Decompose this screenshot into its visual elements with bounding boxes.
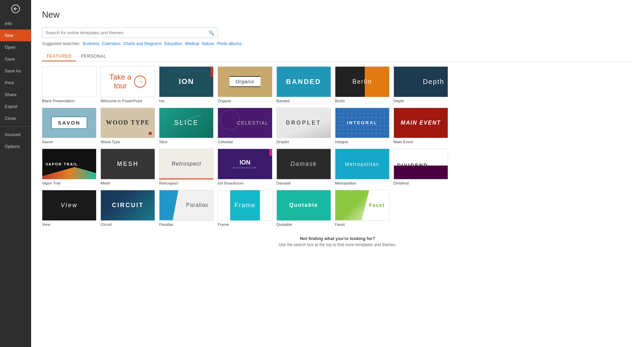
savon-text: SAVON bbox=[58, 120, 81, 126]
back-button[interactable] bbox=[0, 0, 31, 18]
tour-text: Take atour bbox=[109, 73, 131, 91]
template-ion[interactable]: ION Ion bbox=[159, 66, 214, 103]
ion-bar bbox=[210, 67, 213, 77]
template-thumb-damask: Damask bbox=[276, 149, 331, 179]
template-thumb-ion: ION bbox=[159, 66, 214, 97]
template-damask[interactable]: Damask Damask bbox=[276, 149, 331, 185]
sidebar-item-save[interactable]: Save bbox=[0, 53, 31, 65]
template-thumb-circuit: CIRCUIT bbox=[101, 190, 155, 221]
template-thumb-tour: Take atour → bbox=[101, 66, 155, 97]
template-mesh[interactable]: MESH Mesh bbox=[101, 149, 155, 185]
search-button[interactable]: 🔍 bbox=[205, 28, 218, 38]
sidebar-item-print[interactable]: Print bbox=[0, 77, 31, 89]
template-name-vaportrail: Vapor Trail bbox=[42, 181, 96, 185]
template-thumb-slice: SLICE bbox=[159, 108, 214, 138]
template-name-savon: Savon bbox=[42, 140, 96, 144]
sidebar-item-save-as[interactable]: Save As bbox=[0, 65, 31, 77]
sidebar-item-export[interactable]: Export bbox=[0, 101, 31, 112]
template-thumb-mesh: MESH bbox=[101, 149, 155, 179]
ionboardroom-sub: BOARDROOM bbox=[233, 166, 257, 169]
suggested-nature[interactable]: Nature bbox=[202, 41, 214, 46]
suggested-charts[interactable]: Charts and Diagrams bbox=[123, 41, 161, 46]
page-title: New bbox=[42, 9, 633, 20]
template-view[interactable]: View View bbox=[42, 190, 96, 226]
parallax-text: Parallax bbox=[164, 202, 208, 208]
woodtype-dot bbox=[149, 132, 152, 135]
template-ionboardroom[interactable]: ION BOARDROOM Ion Boardroom bbox=[218, 149, 272, 185]
template-retrospect[interactable]: Retrospect Retrospect bbox=[159, 149, 214, 185]
main-content: New 🔍 Suggested searches: Business Calen… bbox=[31, 0, 644, 347]
template-facet[interactable]: Facet Facet bbox=[335, 190, 390, 226]
template-woodtype[interactable]: WOOD TYPE Wood Type bbox=[101, 108, 155, 144]
template-berlin[interactable]: Berlin Berlin bbox=[335, 66, 390, 103]
template-thumb-blank bbox=[42, 66, 96, 97]
template-slice[interactable]: SLICE Slice bbox=[159, 108, 214, 144]
template-banded[interactable]: BANDED Banded bbox=[276, 66, 331, 103]
template-thumb-vaportrail: VAPOR TRAIL bbox=[42, 149, 96, 179]
search-bar: 🔍 bbox=[42, 27, 218, 38]
suggested-photo-albums[interactable]: Photo albums bbox=[217, 41, 241, 46]
template-quotable[interactable]: Quotable Quotable bbox=[276, 190, 331, 226]
template-thumb-savon: SAVON bbox=[42, 108, 96, 138]
template-name-banded: Banded bbox=[276, 99, 331, 103]
template-name-damask: Damask bbox=[276, 181, 331, 185]
template-name-view: View bbox=[42, 222, 96, 226]
templates-grid: Blank Presentation Take atour → Welcome … bbox=[42, 66, 448, 226]
template-frame[interactable]: Frame Frame bbox=[218, 190, 272, 226]
tabs: FEATURED PERSONAL bbox=[42, 51, 633, 62]
template-name-parallax: Parallax bbox=[159, 222, 214, 226]
banded-text: BANDED bbox=[286, 78, 321, 86]
template-thumb-organic: Organic bbox=[218, 66, 272, 97]
search-input[interactable] bbox=[42, 28, 205, 38]
template-thumb-metropolitan: Metropolitan bbox=[335, 149, 390, 179]
sidebar-item-account[interactable]: Account bbox=[0, 129, 31, 140]
tab-personal[interactable]: PERSONAL bbox=[76, 51, 111, 61]
suggested-calendars[interactable]: Calendars bbox=[102, 41, 120, 46]
tab-featured[interactable]: FEATURED bbox=[42, 51, 76, 61]
bottom-notice: Not finding what you're looking for? Use… bbox=[42, 236, 633, 254]
sidebar-item-options[interactable]: Options bbox=[0, 140, 31, 152]
template-mainevent[interactable]: MAIN EVENT Main Event bbox=[394, 108, 448, 144]
suggested-business[interactable]: Business bbox=[83, 41, 99, 46]
template-parallax[interactable]: Parallax Parallax bbox=[159, 190, 214, 226]
template-savon[interactable]: SAVON Savon bbox=[42, 108, 96, 144]
sidebar-item-info[interactable]: Info bbox=[0, 18, 31, 29]
template-name-retrospect: Retrospect bbox=[159, 181, 214, 185]
savon-inner: SAVON bbox=[51, 116, 87, 129]
template-metropolitan[interactable]: Metropolitan Metropolitan bbox=[335, 149, 390, 185]
suggested-education[interactable]: Education bbox=[164, 41, 182, 46]
template-celestial[interactable]: CELESTIAL Celestial bbox=[218, 108, 272, 144]
dividend-bottom bbox=[394, 166, 448, 179]
tour-arrow-icon: → bbox=[134, 75, 146, 88]
template-thumb-celestial: CELESTIAL bbox=[218, 108, 272, 138]
bottom-notice-subtitle: Use the search box at the top to find mo… bbox=[42, 242, 633, 247]
template-thumb-dividend: DIVIDEND bbox=[394, 149, 448, 179]
template-thumb-parallax: Parallax bbox=[159, 190, 214, 221]
organic-card: Organic bbox=[229, 76, 261, 87]
template-circuit[interactable]: CIRCUIT Circuit bbox=[101, 190, 155, 226]
sidebar-item-share[interactable]: Share bbox=[0, 89, 31, 101]
view-text: View bbox=[61, 202, 78, 209]
sidebar-item-new[interactable]: New bbox=[0, 29, 31, 41]
template-name-frame: Frame bbox=[218, 222, 272, 226]
template-tour[interactable]: Take atour → Welcome to PowerPoint bbox=[101, 66, 155, 103]
sidebar-item-close[interactable]: Close bbox=[0, 112, 31, 124]
template-dividend[interactable]: DIVIDEND Dividend bbox=[394, 149, 448, 185]
template-blank[interactable]: Blank Presentation bbox=[42, 66, 96, 103]
template-name-celestial: Celestial bbox=[218, 140, 272, 144]
template-droplet[interactable]: DROPLET Droplet bbox=[276, 108, 331, 144]
template-thumb-droplet: DROPLET bbox=[276, 108, 331, 138]
template-vaportrail[interactable]: VAPOR TRAIL Vapor Trail bbox=[42, 149, 96, 185]
template-depth[interactable]: Depth Depth bbox=[394, 66, 448, 103]
template-integral[interactable]: INTEGRAL Integral bbox=[335, 108, 390, 144]
suggested-label: Suggested searches: bbox=[42, 41, 80, 46]
template-name-metropolitan: Metropolitan bbox=[335, 181, 390, 185]
template-name-mainevent: Main Event bbox=[394, 140, 448, 144]
template-name-depth: Depth bbox=[394, 99, 448, 103]
template-name-organic: Organic bbox=[218, 99, 272, 103]
suggested-medical[interactable]: Medical bbox=[185, 41, 199, 46]
mainevent-text: MAIN EVENT bbox=[401, 120, 441, 126]
sidebar: Info New Open Save Save As Print Share E… bbox=[0, 0, 31, 347]
sidebar-item-open[interactable]: Open bbox=[0, 41, 31, 53]
template-organic[interactable]: Organic Organic bbox=[218, 66, 272, 103]
